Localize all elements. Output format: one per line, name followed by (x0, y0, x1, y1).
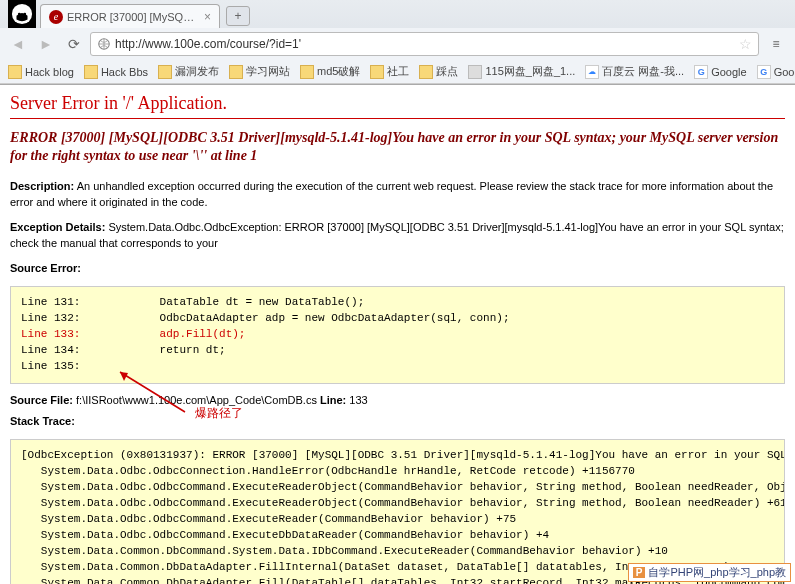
address-bar[interactable]: http://www.100e.com/course/?id=1' ☆ (90, 32, 759, 56)
bookmark-item[interactable]: ☁百度云 网盘-我... (585, 64, 684, 79)
folder-icon (8, 65, 22, 79)
new-tab-button[interactable]: + (226, 6, 250, 26)
nav-bar: ◄ ► ⟳ http://www.100e.com/course/?id=1' … (0, 28, 795, 60)
google-icon: G (757, 65, 771, 79)
reload-button[interactable]: ⟳ (62, 33, 86, 55)
folder-icon (229, 65, 243, 79)
folder-icon (370, 65, 384, 79)
description-text: An unhandled exception occurred during t… (10, 180, 773, 207)
line-number: 133 (346, 394, 367, 406)
site-icon (468, 65, 482, 79)
folder-icon (84, 65, 98, 79)
forward-button[interactable]: ► (34, 33, 58, 55)
bookmark-item[interactable]: Hack Bbs (84, 65, 148, 79)
folder-icon (419, 65, 433, 79)
page-content: Server Error in '/' Application. ERROR [… (0, 85, 795, 584)
description-row: Description: An unhandled exception occu… (10, 179, 785, 210)
stack-trace-label: Stack Trace: (10, 414, 785, 429)
error-header: Server Error in '/' Application. (10, 93, 785, 114)
bookmark-item[interactable]: GGoogle hacker (757, 65, 795, 79)
bookmark-item[interactable]: 踩点 (419, 64, 458, 79)
svg-point-1 (18, 13, 21, 16)
bookmark-item[interactable]: 学习网站 (229, 64, 290, 79)
baidu-icon: ☁ (585, 65, 599, 79)
php-badge-icon: P (633, 567, 646, 578)
divider (10, 118, 785, 119)
browser-tab-active[interactable]: e ERROR [37000] [MySQL][OD... × (40, 4, 220, 28)
source-error-label: Source Error: (10, 261, 785, 276)
bookmark-item[interactable]: GGoogle (694, 65, 746, 79)
source-file-label: Source File: (10, 394, 73, 406)
tab-close-icon[interactable]: × (204, 10, 211, 24)
annotation-text: 爆路径了 (195, 405, 243, 422)
exception-row: Exception Details: System.Data.Odbc.Odbc… (10, 220, 785, 251)
bookmark-item[interactable]: 社工 (370, 64, 409, 79)
profile-avatar[interactable] (8, 0, 36, 28)
source-error-code: Line 131: DataTable dt = new DataTable()… (10, 286, 785, 384)
svg-point-2 (23, 13, 26, 16)
description-label: Description: (10, 180, 74, 192)
exception-label: Exception Details: (10, 221, 105, 233)
url-text: http://www.100e.com/course/?id=1' (115, 37, 739, 51)
source-file-row: Source File: f:\IISRoot\www1.100e.com\Ap… (10, 394, 785, 406)
bookmarks-bar: Hack blog Hack Bbs 漏洞发布 学习网站 md5破解 社工 踩点… (0, 60, 795, 84)
bookmark-star-icon[interactable]: ☆ (739, 36, 752, 52)
folder-icon (158, 65, 172, 79)
chrome-menu-button[interactable]: ≡ (763, 33, 789, 55)
bookmark-item[interactable]: 115网盘_网盘_1... (468, 64, 575, 79)
bookmark-item[interactable]: md5破解 (300, 64, 360, 79)
tab-title: ERROR [37000] [MySQL][OD... (67, 11, 198, 23)
back-button[interactable]: ◄ (6, 33, 30, 55)
error-favicon-icon: e (49, 10, 63, 24)
folder-icon (300, 65, 314, 79)
error-title: ERROR [37000] [MySQL][ODBC 3.51 Driver][… (10, 129, 785, 165)
highlighted-line: Line 133: adp.Fill(dt); (21, 328, 245, 340)
anonymous-icon (11, 3, 33, 25)
bookmark-item[interactable]: 漏洞发布 (158, 64, 219, 79)
globe-icon (97, 37, 111, 51)
browser-chrome: e ERROR [37000] [MySQL][OD... × + ◄ ► ⟳ … (0, 0, 795, 85)
line-label: Line: (317, 394, 346, 406)
exception-text: System.Data.Odbc.OdbcException: ERROR [3… (10, 221, 784, 248)
footer-attribution[interactable]: P 自学PHP网_php学习_php教 (628, 563, 791, 582)
google-icon: G (694, 65, 708, 79)
footer-link-text[interactable]: 自学PHP网_php学习_php教 (648, 565, 786, 580)
bookmark-item[interactable]: Hack blog (8, 65, 74, 79)
tab-bar: e ERROR [37000] [MySQL][OD... × + (0, 0, 795, 28)
